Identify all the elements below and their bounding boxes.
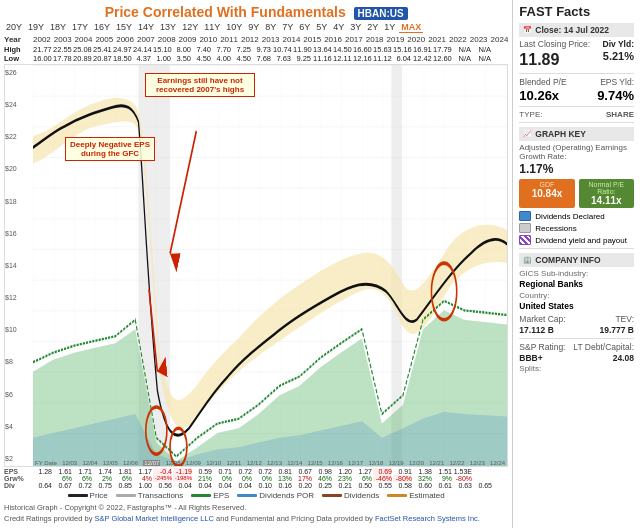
time-nav: 20Y 19Y 18Y 17Y 16Y 15Y 14Y 13Y 12Y 11Y … [4, 22, 508, 33]
period-max[interactable]: MAX [399, 22, 423, 33]
fast-facts-panel: FAST Facts 📅 Close: 14 Jul 2022 Last Clo… [513, 0, 640, 528]
market-cap-tev-labels: Market Cap: TEV: [519, 314, 634, 324]
credit1-link[interactable]: S&P Global Market Intelligence LLC [94, 514, 214, 523]
main-chart-area: Price Correlated With Fundamentals HBAN:… [0, 0, 513, 528]
chart-title: Price Correlated With Fundamentals HBAN:… [4, 4, 508, 20]
adj-earnings-label: Adjusted (Operating) Earnings Growth Rat… [519, 143, 634, 161]
period-4y[interactable]: 4Y [331, 22, 346, 33]
copyright-line2: Credit Ratings provided by S&P Global Ma… [4, 514, 508, 525]
market-cap-tev-values: 17.112 B 19.777 B [519, 325, 634, 335]
period-16y[interactable]: 16Y [92, 22, 112, 33]
div-yield-payout-key: Dividend yield and payout [519, 235, 634, 245]
ticker-badge[interactable]: HBAN:US [354, 7, 408, 20]
recessions-key: Recessions [519, 223, 634, 233]
period-20y[interactable]: 20Y [4, 22, 24, 33]
country-label-row: Country: [519, 291, 634, 300]
period-19y[interactable]: 19Y [26, 22, 46, 33]
period-17y[interactable]: 17Y [70, 22, 90, 33]
gdf-box: GDF 10.84x [519, 179, 574, 208]
period-14y[interactable]: 14Y [136, 22, 156, 33]
copyright-line1: Historical Graph - Copyright © 2022, Fas… [4, 503, 508, 514]
adj-earnings-value: 1.17% [519, 162, 634, 176]
period-5y[interactable]: 5Y [314, 22, 329, 33]
pe-boxes: GDF 10.84x Normal P/E Ratio: 14.11x [519, 179, 634, 208]
country-value: United States [519, 301, 634, 311]
type-row: TYPE: SHARE [519, 110, 634, 119]
period-9y[interactable]: 9Y [246, 22, 261, 33]
period-11y[interactable]: 11Y [202, 22, 222, 33]
sp-lt-values: BBB+ 24.08 [519, 353, 634, 363]
chart-title-text: Price Correlated With Fundamentals [105, 4, 346, 20]
price-divyld-row: 11.89 5.21% [519, 50, 634, 70]
period-13y[interactable]: 13Y [158, 22, 178, 33]
blended-pe-row: Blended P/E EPS Yld: [519, 77, 634, 87]
period-1y[interactable]: 1Y [382, 22, 397, 33]
period-6y[interactable]: 6Y [297, 22, 312, 33]
close-date-header: 📅 Close: 14 Jul 2022 [519, 23, 634, 37]
company-info-header: 🏢 COMPANY INFO [519, 253, 634, 267]
year-row: Year 20022003200420052006 20072008200920… [4, 35, 508, 44]
normal-pe-box: Normal P/E Ratio: 14.11x [579, 179, 634, 208]
year-values: 20022003200420052006 2007200820092010201… [33, 35, 508, 44]
period-15y[interactable]: 15Y [114, 22, 134, 33]
price-chart: $26 $24 $22 $20 $18 $16 $14 $12 $10 $8 $… [4, 64, 508, 467]
div-declared-key: Dividends Declared [519, 211, 634, 221]
gics-row: GICS Sub-industry: [519, 269, 634, 278]
svg-rect-2 [391, 65, 402, 466]
credit2-link[interactable]: FactSet Research Systems Inc. [375, 514, 480, 523]
period-18y[interactable]: 18Y [48, 22, 68, 33]
period-8y[interactable]: 8Y [263, 22, 278, 33]
chart-legend: Price Transactions EPS Dividends POR Div… [4, 491, 508, 500]
copyright: Historical Graph - Copyright © 2022, Fas… [4, 503, 508, 524]
fast-facts-title: FAST Facts [519, 4, 634, 19]
graph-key-header: 📈 GRAPH KEY [519, 127, 634, 141]
sp-lt-labels: S&P Rating: LT Debt/Capital: [519, 342, 634, 352]
gics-value: Regional Banks [519, 279, 634, 289]
period-3y[interactable]: 3Y [348, 22, 363, 33]
last-closing-row: Last Closing Price: Div Yld: [519, 39, 634, 49]
splits-row: Splits: [519, 364, 634, 373]
period-2y[interactable]: 2Y [365, 22, 380, 33]
pe-epsyld-values: 10.26x 9.74% [519, 88, 634, 103]
period-7y[interactable]: 7Y [280, 22, 295, 33]
period-12y[interactable]: 12Y [180, 22, 200, 33]
period-10y[interactable]: 10Y [224, 22, 244, 33]
